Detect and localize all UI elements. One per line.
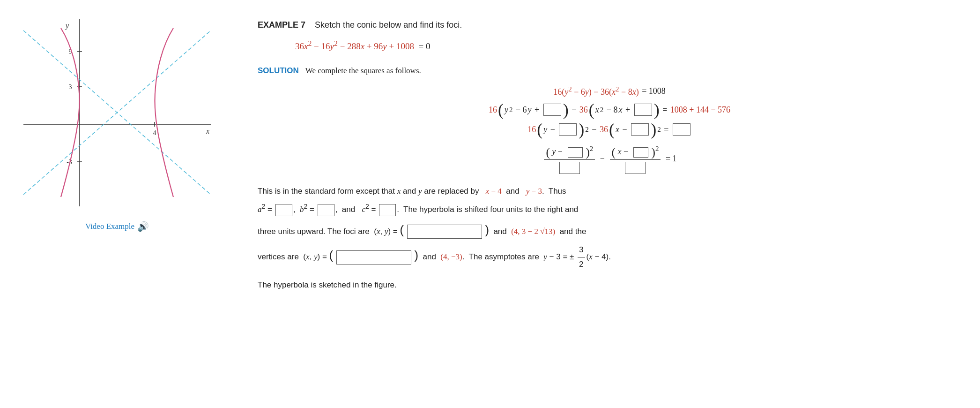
blank-vertices1[interactable]	[336, 250, 411, 264]
video-label: Video Example	[85, 220, 134, 233]
solution-section: SOLUTION We complete the squares as foll…	[258, 65, 961, 77]
svg-text:y: y	[65, 22, 69, 30]
blank-a2[interactable]	[275, 204, 292, 216]
step4-row: ( y − )2 − ( x − )2	[258, 143, 961, 174]
text-line-3: three units upward. The foci are (x, y) …	[258, 219, 961, 241]
blank-step3-1[interactable]	[559, 123, 577, 136]
svg-text:3: 3	[69, 83, 72, 91]
example-header: EXAMPLE 7 Sketch the conic below and fin…	[258, 19, 961, 31]
math-steps: 16(y2 − 6y) − 36(x2 − 8x) = 1008 16 ( y2…	[258, 84, 961, 174]
blank-step3-2[interactable]	[631, 123, 649, 136]
blank-step2-2[interactable]	[634, 104, 652, 116]
text-line-1: This is in the standard form except that…	[258, 184, 961, 198]
video-link[interactable]: Video Example 🔊	[85, 219, 149, 234]
solution-label: SOLUTION	[258, 66, 299, 75]
blank-step3-3[interactable]	[673, 123, 690, 136]
svg-text:4: 4	[153, 129, 156, 136]
text-block: This is in the standard form except that…	[258, 184, 961, 292]
fraction-asymptote: 3 2	[578, 243, 585, 272]
blank-c2[interactable]	[379, 204, 396, 216]
text-conclusion: The hyperbola is sketched in the figure.	[258, 278, 961, 292]
svg-text:x: x	[206, 127, 209, 135]
fraction-right: ( x − )2	[610, 143, 661, 174]
main-equation: 36x2 − 16y2 − 288x + 96y + 1008 = 0	[295, 38, 961, 53]
text-line-4: vertices are (x, y) = ( ) and (4, −3). T…	[258, 243, 961, 272]
fraction-left: ( y − )2	[544, 143, 595, 174]
solution-intro: We complete the squares as follows.	[305, 66, 421, 75]
graph-area: 9 3 -3 4 y x	[19, 14, 215, 211]
step1-row: 16(y2 − 6y) − 36(x2 − 8x) = 1008	[258, 84, 961, 98]
page-container: 9 3 -3 4 y x	[0, 0, 980, 408]
blank-step4-1[interactable]	[568, 147, 583, 158]
blank-b2[interactable]	[318, 204, 334, 216]
example-label: EXAMPLE 7	[258, 20, 305, 30]
left-panel: 9 3 -3 4 y x	[9, 14, 225, 394]
equation-red: 36x2 − 16y2 − 288x + 96y + 1008	[295, 41, 416, 51]
step2-row: 16 ( y2 − 6y + ) − 36 ( x2 − 8x + ) = 10…	[258, 101, 961, 118]
blank-step2-1[interactable]	[543, 104, 561, 116]
text-line-2: a2 = , b2 = , and c2 = . The hyperbola i…	[258, 201, 961, 216]
blank-foci1[interactable]	[407, 225, 482, 239]
step3-row: 16 ( y − )2 − 36 ( x − )2 =	[258, 121, 961, 138]
right-panel: EXAMPLE 7 Sketch the conic below and fin…	[244, 14, 971, 394]
blank-step4-denom2[interactable]	[625, 162, 646, 174]
blank-step4-denom1[interactable]	[559, 162, 580, 174]
graph-svg: 9 3 -3 4 y x	[19, 14, 215, 211]
example-text: Sketch the conic below and find its foci…	[315, 20, 462, 30]
blank-step4-2[interactable]	[633, 147, 648, 158]
speaker-icon: 🔊	[137, 219, 149, 234]
